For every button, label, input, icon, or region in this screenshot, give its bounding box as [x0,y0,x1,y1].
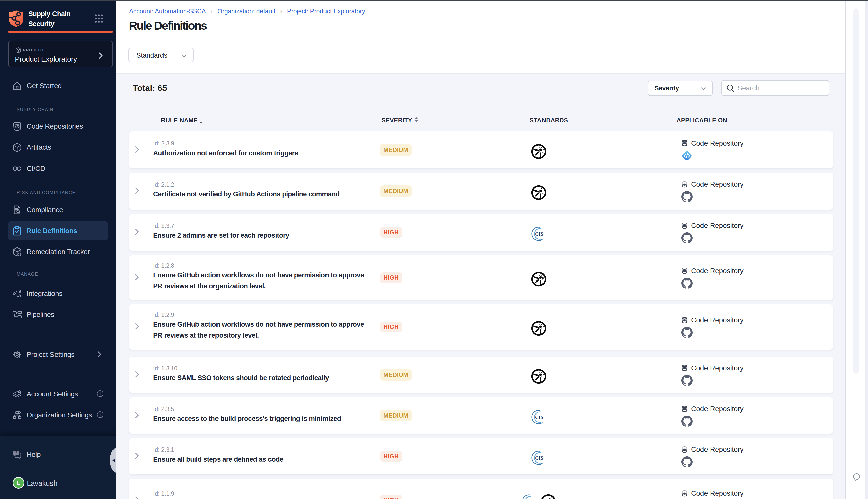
svg-text:?: ? [15,451,17,455]
svg-text:CIS: CIS [535,455,544,461]
svg-text:CIS: CIS [535,415,544,420]
svg-text:CIS: CIS [535,231,544,237]
